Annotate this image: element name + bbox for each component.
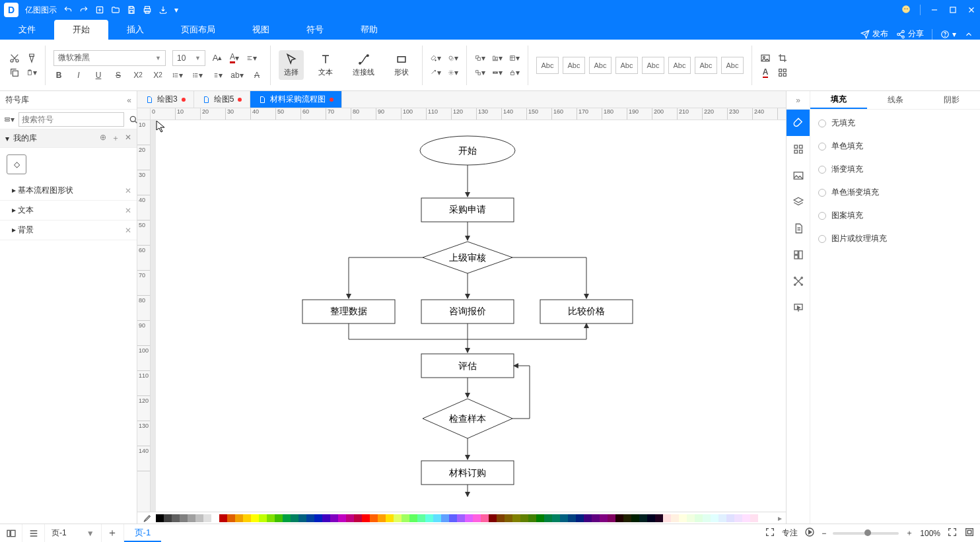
color-swatch[interactable]: [584, 514, 592, 522]
color-swatch[interactable]: [552, 514, 560, 522]
size-icon[interactable]: ▾: [509, 53, 520, 63]
panel-transform-icon[interactable]: [787, 268, 810, 294]
color-swatch[interactable]: [520, 514, 528, 522]
color-swatch[interactable]: [695, 514, 703, 522]
panel-page-icon[interactable]: [787, 215, 810, 242]
presentation-icon[interactable]: [804, 527, 815, 539]
clear-format-icon[interactable]: A: [252, 70, 262, 81]
font-size-select[interactable]: 10▼: [172, 50, 205, 66]
collapse-left-icon[interactable]: «: [127, 96, 131, 105]
lock-icon[interactable]: ▾: [509, 67, 520, 78]
library-category-0[interactable]: ▸ 基本流程图形状✕: [0, 181, 137, 201]
color-swatch[interactable]: [711, 514, 718, 522]
library-category-2[interactable]: ▸ 背景✕: [0, 220, 137, 240]
align-icon[interactable]: ▾: [246, 53, 257, 63]
color-swatch[interactable]: [235, 514, 243, 522]
numbering-icon[interactable]: ▾: [212, 70, 223, 81]
superscript-icon[interactable]: X2: [133, 70, 143, 81]
menu-tab-4[interactable]: 视图: [234, 20, 288, 40]
quick-style-7[interactable]: Abc: [721, 57, 744, 74]
color-swatch[interactable]: [386, 514, 394, 522]
color-swatch[interactable]: [481, 514, 489, 522]
fill-option-5[interactable]: 图片或纹理填充: [818, 233, 972, 244]
color-swatch[interactable]: [718, 514, 726, 522]
color-swatch[interactable]: [734, 514, 742, 522]
outline-view-icon[interactable]: [0, 524, 22, 542]
copy-icon[interactable]: [9, 67, 20, 78]
color-swatch[interactable]: [623, 514, 631, 522]
add-page-icon[interactable]: ＋: [102, 524, 124, 542]
text-tool[interactable]: 文本: [313, 50, 338, 80]
menu-tab-1[interactable]: 开始: [54, 20, 108, 40]
quick-style-6[interactable]: Abc: [695, 57, 717, 74]
color-swatch[interactable]: [536, 514, 544, 522]
quick-style-0[interactable]: Abc: [536, 57, 559, 74]
select-tool[interactable]: 选择: [279, 50, 304, 80]
colorbar-nav[interactable]: ▸: [778, 514, 782, 523]
shadow-button[interactable]: ▾: [448, 53, 458, 63]
menu-tab-2[interactable]: 插入: [108, 20, 162, 40]
canvas[interactable]: 开始 采购申请 上级审核 整理数据 咨询报价 比较价格 评估 检查样本 材料订购: [151, 120, 786, 512]
help-button[interactable]: ▾: [940, 30, 956, 39]
panel-layers-icon[interactable]: [787, 189, 810, 215]
color-swatch[interactable]: [259, 514, 267, 522]
color-swatch[interactable]: [568, 514, 576, 522]
color-swatch[interactable]: [188, 514, 195, 522]
focus-mode[interactable]: 专注: [782, 527, 798, 539]
quick-style-1[interactable]: Abc: [563, 57, 585, 74]
menu-tab-6[interactable]: 帮助: [342, 20, 396, 40]
color-swatch[interactable]: [298, 514, 306, 522]
fit-selection-icon[interactable]: [765, 527, 775, 539]
quick-style-5[interactable]: Abc: [668, 57, 691, 74]
color-swatch[interactable]: [211, 514, 219, 522]
connector-tool[interactable]: 连接线: [347, 50, 380, 80]
publish-button[interactable]: 发布: [860, 28, 888, 40]
color-swatch[interactable]: [433, 514, 441, 522]
paste-icon[interactable]: ▾: [26, 67, 37, 78]
undo-button[interactable]: [63, 5, 73, 15]
color-swatch[interactable]: [560, 514, 568, 522]
color-swatch[interactable]: [354, 514, 362, 522]
page-selector[interactable]: 页-1▼: [45, 524, 102, 542]
color-swatch[interactable]: [378, 514, 386, 522]
color-swatch[interactable]: [180, 514, 188, 522]
color-swatch[interactable]: [687, 514, 695, 522]
fill-option-2[interactable]: 渐变填充: [818, 164, 972, 175]
color-swatch[interactable]: [251, 514, 259, 522]
image-icon[interactable]: [760, 53, 771, 63]
subscript-icon[interactable]: X2: [153, 70, 163, 81]
align-objects-icon[interactable]: ▾: [492, 53, 503, 63]
quick-style-3[interactable]: Abc: [615, 57, 638, 74]
color-swatch[interactable]: [528, 514, 536, 522]
color-swatch[interactable]: [703, 514, 711, 522]
color-swatch[interactable]: [655, 514, 663, 522]
color-swatch[interactable]: [742, 514, 750, 522]
color-swatch[interactable]: [219, 514, 227, 522]
share-button[interactable]: 分享: [896, 28, 924, 40]
page-list-icon[interactable]: [22, 524, 45, 542]
color-swatch[interactable]: [679, 514, 687, 522]
distribute-icon[interactable]: ▾: [492, 67, 503, 78]
panel-theme-icon[interactable]: [787, 136, 810, 162]
color-swatch[interactable]: [663, 514, 671, 522]
color-swatch[interactable]: [370, 514, 378, 522]
print-button[interactable]: [143, 5, 152, 15]
color-swatch[interactable]: [322, 514, 330, 522]
color-swatch[interactable]: [172, 514, 180, 522]
line-spacing-icon[interactable]: ▾: [172, 70, 183, 81]
doc-tab-0[interactable]: 绘图3: [137, 91, 194, 108]
zoom-slider[interactable]: [833, 532, 899, 535]
font-name-select[interactable]: 微软雅黑▼: [53, 50, 166, 66]
zoom-value[interactable]: 100%: [920, 529, 940, 538]
text-highlight-icon[interactable]: ab▾: [232, 70, 242, 81]
bullets-icon[interactable]: ▾: [192, 70, 203, 81]
color-swatch[interactable]: [402, 514, 409, 522]
menu-tab-3[interactable]: 页面布局: [162, 20, 234, 40]
effects-button[interactable]: ▾: [448, 67, 458, 78]
color-swatch[interactable]: [608, 514, 615, 522]
menu-tab-5[interactable]: 符号: [288, 20, 342, 40]
format-painter-icon[interactable]: [26, 53, 37, 63]
new-lib-icon[interactable]: ⊕: [100, 133, 106, 144]
color-swatch[interactable]: [639, 514, 647, 522]
color-swatch[interactable]: [306, 514, 314, 522]
